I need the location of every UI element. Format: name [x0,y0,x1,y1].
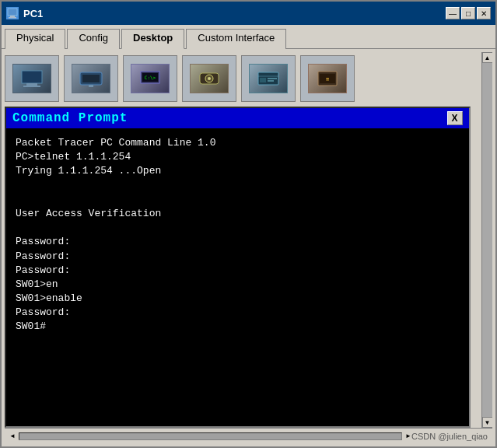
svg-rect-1 [10,16,15,17]
bottom-bar: ◄ ► CSDN @julien_qiao [5,428,492,443]
watermark-text: CSDN @julien_qiao [411,432,488,441]
cmd-body[interactable]: Packet Tracer PC Command Line 1.0 PC>tel… [6,128,469,426]
svg-rect-3 [22,71,42,83]
pc-icon [6,7,19,19]
inner-content: C:\> [5,52,481,428]
scroll-down-arrow[interactable]: ▼ [482,417,493,428]
right-scrollbar: ▲ ▼ [481,52,492,428]
tab-custom-interface[interactable]: Custom Interface [186,29,286,49]
scroll-left-arrow[interactable]: ◄ [9,432,16,439]
scroll-up-arrow[interactable]: ▲ [482,52,493,63]
title-bar: PC1 — □ ✕ [2,2,495,25]
svg-text:C:\>: C:\> [145,75,156,80]
scroll-right-arrow[interactable]: ► [405,432,411,439]
scroll-track[interactable] [482,63,492,417]
icon-1[interactable] [5,55,59,102]
cmd-title-bar: Command Prompt X [6,108,469,128]
svg-rect-17 [260,78,266,82]
svg-rect-0 [8,9,17,16]
svg-rect-18 [268,78,277,79]
command-prompt-window: Command Prompt X Packet Tracer PC Comman… [5,107,471,428]
icon-3[interactable]: C:\> [123,55,177,102]
tab-desktop[interactable]: Desktop [121,29,184,49]
svg-text:≡: ≡ [326,76,329,82]
svg-point-14 [208,77,211,80]
tab-physical[interactable]: Physical [5,29,65,49]
title-bar-left: PC1 [6,7,43,19]
icon-2[interactable] [64,55,118,102]
svg-rect-4 [26,83,37,86]
main-window: PC1 — □ ✕ Physical Config Desktop Custom… [0,0,497,448]
tab-bar: Physical Config Desktop Custom Interface [2,25,495,48]
svg-rect-2 [9,17,16,19]
desktop-icons-row: C:\> [5,52,471,107]
icon-4[interactable] [182,55,236,102]
window-title: PC1 [23,8,43,19]
icon-6[interactable]: ≡ [300,55,355,102]
bottom-scroll-track[interactable] [19,432,402,440]
svg-rect-5 [23,86,40,87]
tab-config[interactable]: Config [67,29,120,49]
svg-rect-19 [268,80,274,82]
svg-rect-7 [82,75,100,82]
main-content: C:\> [5,52,492,428]
svg-rect-8 [89,85,93,87]
maximize-button[interactable]: □ [461,7,475,19]
icon-5[interactable] [241,55,296,102]
cmd-close-button[interactable]: X [447,111,463,125]
close-button[interactable]: ✕ [477,7,491,19]
minimize-button[interactable]: — [446,7,460,19]
content-area: C:\> [2,48,495,446]
cmd-title-text: Command Prompt [12,111,128,125]
title-buttons: — □ ✕ [446,7,491,19]
